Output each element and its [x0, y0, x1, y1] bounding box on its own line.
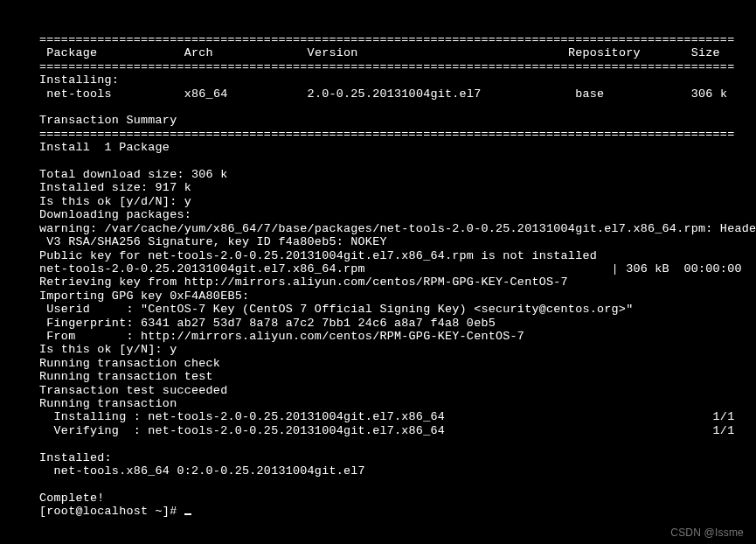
- pkg-version: 2.0-0.25.20131004git.el7: [308, 87, 482, 101]
- watermark: CSDN @Issme: [670, 527, 744, 539]
- verifying-item: Verifying : net-tools-2.0-0.25.20131004g…: [39, 424, 445, 437]
- run-test: Running transaction test: [39, 370, 213, 383]
- col-size: Size: [691, 46, 720, 59]
- warning-line-1: warning: /var/cache/yum/x86_64/7/base/pa…: [39, 222, 756, 235]
- pkg-arch: x86_64: [184, 87, 228, 101]
- install-line: Install 1 Package: [39, 141, 170, 154]
- retrieve-line: Retrieving key from http://mirrors.aliyu…: [39, 275, 568, 289]
- divider: ========================================…: [39, 60, 734, 73]
- progress: 1/1: [713, 410, 735, 423]
- divider: ========================================…: [39, 33, 734, 46]
- installing-label: Installing:: [39, 73, 119, 87]
- pkg-repo: base: [575, 87, 604, 101]
- dl-item: net-tools-2.0-0.25.20131004git.el7.x86_6…: [39, 262, 365, 275]
- col-arch: Arch: [184, 46, 213, 59]
- downloading: Downloading packages:: [39, 208, 191, 221]
- fp-line: Fingerprint: 6341 ab27 53d7 8a78 a7c2 7b…: [39, 317, 496, 330]
- dl-size: Total download size: 306 k: [39, 168, 227, 181]
- warning-line-2: V3 RSA/SHA256 Signature, key ID f4a80eb5…: [39, 235, 387, 248]
- run-transaction: Running transaction: [39, 397, 177, 410]
- installed-pkg: net-tools.x86_64 0:2.0-0.25.20131004git.…: [39, 464, 365, 478]
- complete: Complete!: [39, 492, 105, 505]
- prompt-confirm: Is this ok [y/d/N]: y: [39, 195, 191, 208]
- dl-stats: | 306 kB 00:00:00: [612, 262, 742, 275]
- import-line: Importing GPG key 0xF4A80EB5:: [39, 289, 249, 303]
- pkg-size: 306 k: [691, 87, 727, 101]
- divider: ========================================…: [39, 128, 734, 141]
- run-check: Running transaction check: [39, 357, 220, 370]
- shell-prompt[interactable]: [root@localhost ~]#: [39, 505, 184, 518]
- progress: 1/1: [713, 424, 735, 437]
- pkg-name: net-tools: [46, 87, 112, 101]
- from-line: From : http://mirrors.aliyun.com/centos/…: [39, 330, 524, 343]
- pubkey-line: Public key for net-tools-2.0-0.25.201310…: [39, 249, 597, 262]
- installed-header: Installed:: [39, 451, 112, 464]
- col-version: Version: [308, 46, 358, 59]
- terminal-output[interactable]: ========================================…: [0, 0, 756, 519]
- col-package: Package: [46, 46, 97, 59]
- prompt-confirm-2: Is this ok [y/N]: y: [39, 343, 177, 356]
- summary-title: Transaction Summary: [39, 114, 177, 127]
- inst-size: Installed size: 917 k: [39, 181, 191, 194]
- installing-item: Installing : net-tools-2.0-0.25.20131004…: [39, 410, 445, 423]
- userid-line: Userid : "CentOS-7 Key (CentOS 7 Officia…: [39, 303, 633, 316]
- col-repo: Repository: [568, 46, 641, 59]
- cursor-icon: [184, 513, 191, 515]
- test-succeeded: Transaction test succeeded: [39, 384, 227, 397]
